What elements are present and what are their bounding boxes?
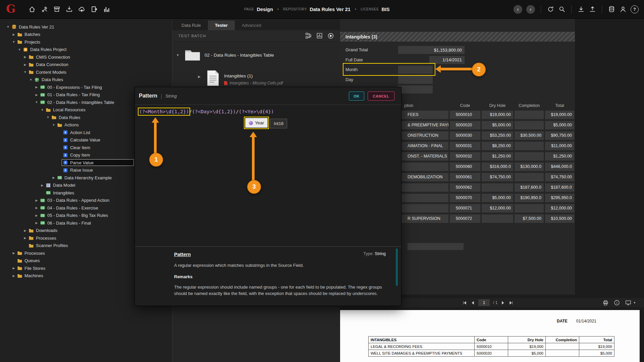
upload-icon[interactable] <box>589 6 596 13</box>
last-page-icon[interactable] <box>509 301 514 305</box>
table-cell[interactable] <box>515 111 544 119</box>
info-icon[interactable] <box>614 300 620 306</box>
table-cell[interactable]: $53,250.00 <box>482 131 513 140</box>
expand-icon[interactable]: ▶ <box>11 33 16 36</box>
table-cell[interactable]: $295,950.0 <box>545 194 574 202</box>
table-cell[interactable] <box>515 173 544 181</box>
collapse-icon[interactable]: ▼ <box>28 78 34 81</box>
export-document-icon[interactable] <box>90 6 98 13</box>
full-date-value[interactable]: 1/14/2021 <box>429 56 465 64</box>
table-cell[interactable] <box>515 142 544 150</box>
table-cell[interactable]: 5000070 <box>450 194 480 202</box>
table-cell[interactable]: $190,950.0 <box>515 194 544 202</box>
tree-item-data-rules-project[interactable]: ▼Data Rules Project <box>0 46 172 54</box>
table-cell[interactable]: $5,000.00 <box>545 121 574 129</box>
tree-item-cmis-connection[interactable]: ▶CMIS Connection <box>0 53 172 61</box>
refresh-icon[interactable] <box>547 6 554 13</box>
expand-icon[interactable]: ▶ <box>34 214 39 217</box>
table-cell[interactable]: $74,750.00 <box>545 173 574 181</box>
table-cell[interactable]: $1,250.00 <box>482 152 513 161</box>
archive-icon[interactable] <box>53 6 60 13</box>
tree-item-data-rules-ver-21[interactable]: ▼Data Rules Ver 21 <box>0 23 172 31</box>
tools-icon[interactable] <box>41 6 48 13</box>
grand-total-value[interactable]: $1,153,800.00 <box>398 46 465 54</box>
forward-icon[interactable]: › <box>526 5 535 14</box>
autocomplete-item-year[interactable]: Year <box>245 118 268 128</box>
collapse-icon[interactable]: ▼ <box>51 123 56 127</box>
hierarchy-view-icon[interactable] <box>305 33 312 39</box>
table-cell[interactable]: $1,250.00 <box>545 152 574 161</box>
bar-chart-icon[interactable] <box>103 6 110 13</box>
table-cell[interactable]: $90,750.00 <box>545 131 574 140</box>
table-cell[interactable]: $316,000.0 <box>482 163 513 171</box>
table-cell[interactable]: $10,500.00 <box>545 215 574 223</box>
next-page-icon[interactable] <box>501 301 505 305</box>
run-test-icon[interactable] <box>327 33 334 39</box>
expand-icon[interactable]: ▶ <box>34 199 39 202</box>
document-preview[interactable]: DATE 01/14/2021 INTANGIBLESCodeDry HoleC… <box>340 310 640 362</box>
table-cell[interactable]: $12,000.00 <box>482 204 513 213</box>
table-cell[interactable]: $12,000.00 <box>545 204 574 213</box>
collapse-icon[interactable]: ▼ <box>22 70 28 74</box>
table-cell[interactable]: 5000031 <box>450 142 480 150</box>
chart-view-icon[interactable] <box>316 33 323 39</box>
table-cell[interactable]: 5000072 <box>450 215 480 223</box>
table-cell[interactable]: $19,000.00 <box>545 111 574 119</box>
autocomplete-item-int16[interactable]: Int16 <box>270 119 287 128</box>
cancel-button[interactable]: CANCEL <box>368 92 394 101</box>
collapse-icon[interactable]: ▼ <box>5 25 11 28</box>
collapse-icon[interactable]: ▼ <box>17 48 22 51</box>
day-value[interactable] <box>398 76 433 84</box>
table-cell[interactable]: 5000010 <box>450 111 480 119</box>
table-cell[interactable]: 5000061 <box>450 173 480 181</box>
expand-icon[interactable]: ▶ <box>11 251 16 255</box>
batch-folder-row[interactable]: ▼ 02 - Data Rules - Intangibles Table <box>172 49 340 61</box>
table-cell[interactable]: $7,500.00 <box>515 215 544 223</box>
table-cell[interactable] <box>482 215 513 223</box>
table-cell[interactable]: $19,000.00 <box>482 111 513 119</box>
chevron-down-icon[interactable]: ▾ <box>634 301 635 304</box>
print-icon[interactable] <box>602 300 609 306</box>
ok-button[interactable]: OK <box>349 92 364 101</box>
table-cell[interactable]: $130,000.0 <box>515 163 544 171</box>
download-icon[interactable] <box>577 6 585 13</box>
table-cell[interactable]: 5000060 <box>450 163 480 171</box>
expand-icon[interactable]: ▶ <box>51 176 56 179</box>
cloud-upload-icon[interactable] <box>78 6 85 13</box>
expand-icon[interactable]: ▶ <box>22 229 28 232</box>
batch-document-row[interactable]: ▶ Intangibles (1) Intangibles - Missing … <box>172 70 340 86</box>
collapse-icon[interactable]: ▼ <box>11 40 16 44</box>
expand-icon[interactable]: ▶ <box>34 221 39 225</box>
table-cell[interactable]: $8,250.00 <box>482 142 513 150</box>
table-cell[interactable] <box>515 152 544 161</box>
tree-item-data-rules[interactable]: ▼Data Rules <box>0 76 172 84</box>
table-cell[interactable]: $5,000.00 <box>482 194 513 202</box>
previous-page-icon[interactable] <box>470 301 475 305</box>
table-cell[interactable]: $74,750.00 <box>482 173 513 181</box>
table-cell[interactable]: 5000030 <box>450 131 480 140</box>
home-icon[interactable] <box>28 6 36 13</box>
search-icon[interactable] <box>558 6 566 13</box>
import-box-icon[interactable] <box>65 6 73 13</box>
expand-icon[interactable]: ▶ <box>22 63 28 66</box>
table-cell[interactable]: $5,000.00 <box>482 121 513 129</box>
table-cell[interactable]: $187,600.0 <box>545 183 574 192</box>
table-cell[interactable] <box>515 121 544 129</box>
expand-icon[interactable]: ▶ <box>34 93 39 97</box>
expand-icon[interactable]: ▶ <box>34 85 39 89</box>
empty-field-box[interactable] <box>408 243 464 250</box>
expand-icon[interactable]: ▶ <box>22 236 28 240</box>
scrollbar-thumb[interactable] <box>396 248 398 286</box>
database-icon[interactable] <box>608 6 615 13</box>
back-icon[interactable]: ‹ <box>514 5 522 14</box>
table-cell[interactable]: 5000062 <box>450 183 480 192</box>
pattern-editor[interactable]: (?<Month>\d{1,2})/(?<Day>\d{1,2})/(?<Ye>… <box>139 109 274 114</box>
table-cell[interactable]: 5000032 <box>450 152 480 161</box>
expand-icon[interactable]: ▶ <box>34 206 39 209</box>
table-cell[interactable]: $30,500.00 <box>515 131 544 140</box>
table-cell[interactable]: $187,600.0 <box>515 183 544 192</box>
help-icon[interactable]: ? <box>631 5 639 13</box>
month-value[interactable] <box>398 66 433 74</box>
expand-icon[interactable]: ▶ <box>11 266 16 270</box>
tree-item-projects[interactable]: ▼Projects <box>0 38 172 46</box>
